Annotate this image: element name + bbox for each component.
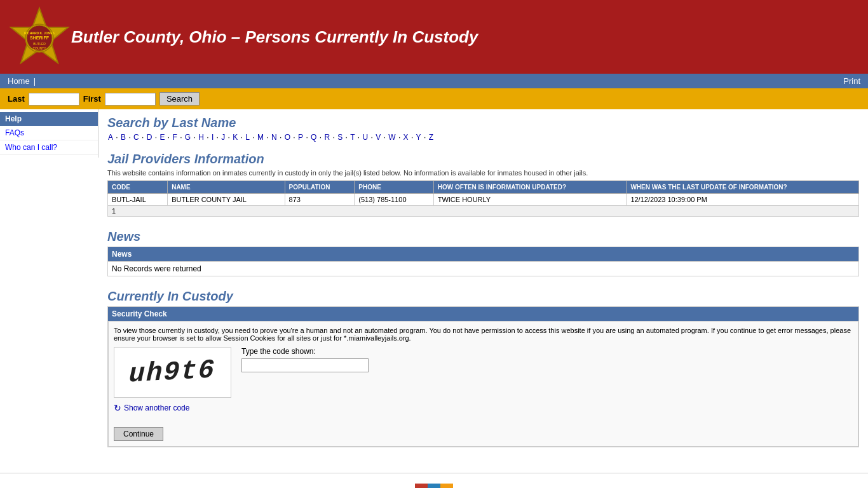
nav-home-link[interactable]: Home [8, 76, 30, 86]
alpha-R[interactable]: R [324, 133, 330, 142]
alpha-I[interactable]: I [212, 133, 214, 142]
page-header: RICHARD K. JONES SHERIFF BUTLER COUNTY B… [0, 0, 868, 74]
news-table: News No Records were returned [107, 247, 859, 276]
alpha-N[interactable]: N [271, 133, 277, 142]
security-message: To view those currently in custody, you … [114, 327, 853, 342]
alpha-O[interactable]: O [285, 133, 290, 142]
custody-section: Currently In Custody Security Check To v… [107, 289, 859, 447]
alpha-V[interactable]: V [376, 133, 381, 142]
cell-update-freq: TWICE HOURLY [433, 194, 627, 206]
cell-population: 873 [285, 194, 355, 206]
alpha-P[interactable]: P [298, 133, 303, 142]
table-row: BUTL-JAIL BUTLER COUNTY JAIL 873 (513) 7… [108, 194, 859, 206]
cell-code: BUTL-JAIL [108, 194, 168, 206]
search-button[interactable]: Search [159, 92, 200, 105]
header-title: Butler County, Ohio – Persons Currently … [71, 27, 478, 47]
alpha-W[interactable]: W [388, 133, 395, 142]
alpha-Z[interactable]: Z [429, 133, 433, 142]
alpha-U[interactable]: U [363, 133, 369, 142]
jail-intro: This website contains information on inm… [107, 169, 859, 177]
sidebar-link-who-can-i-call[interactable]: Who can I call? [0, 140, 98, 155]
first-name-input[interactable] [105, 93, 156, 105]
col-phone: PHONE [355, 181, 433, 194]
search-by-last-name-section: Search by Last Name A · B · C · D · E · … [107, 116, 859, 142]
show-another-code-link[interactable]: ↻ Show another code [114, 403, 853, 413]
news-heading: News [107, 229, 859, 244]
alpha-B[interactable]: B [121, 133, 126, 142]
alpha-X[interactable]: X [403, 133, 409, 142]
captcha-display-text: uh9t6 [128, 355, 216, 390]
first-label: First [83, 94, 101, 104]
svg-rect-7 [415, 484, 428, 488]
alpha-L[interactable]: L [245, 133, 250, 142]
custody-heading: Currently In Custody [107, 289, 859, 304]
security-check-container: Security Check To view those currently i… [107, 306, 859, 447]
col-name: NAME [168, 181, 285, 194]
svg-text:SHERIFF: SHERIFF [30, 36, 50, 40]
captcha-image: uh9t6 [114, 347, 231, 398]
sidebar-help-header: Help [0, 112, 98, 126]
alpha-A[interactable]: A [108, 133, 113, 142]
alpha-Q[interactable]: Q [311, 133, 316, 142]
col-code: CODE [108, 181, 168, 194]
security-check-body: To view those currently in custody, you … [108, 321, 858, 447]
col-last-update: WHEN WAS THE LAST UPDATE OF INFORMATION? [627, 181, 859, 194]
table-footer-row: 1 [108, 206, 859, 217]
type-code-label: Type the code shown: [241, 347, 369, 356]
svg-text:BUTLER: BUTLER [33, 42, 46, 46]
navbar: Home | Print [0, 74, 868, 88]
jail-providers-heading: Jail Providers Information [107, 152, 859, 166]
cell-last-update: 12/12/2023 10:39:00 PM [627, 194, 859, 206]
sidebar: Help FAQs Who can I call? [0, 109, 98, 158]
alpha-T[interactable]: T [350, 133, 355, 142]
last-name-input[interactable] [29, 93, 79, 105]
captcha-area: uh9t6 Type the code shown: [114, 347, 853, 398]
sidebar-link-faqs[interactable]: FAQs [0, 126, 98, 140]
content-area: Search by Last Name A · B · C · D · E · … [98, 109, 868, 466]
nav-print-link[interactable]: Print [843, 76, 860, 86]
captcha-input[interactable] [241, 358, 369, 372]
news-no-records: No Records were returned [108, 262, 859, 276]
alpha-E[interactable]: E [159, 133, 165, 142]
captcha-input-area: Type the code shown: [241, 347, 369, 372]
main-layout: Help FAQs Who can I call? Search by Last… [0, 109, 868, 466]
table-footer-cell: 1 [108, 206, 859, 217]
alpha-S[interactable]: S [337, 133, 342, 142]
alpha-D[interactable]: D [147, 133, 153, 142]
last-label: Last [8, 94, 25, 104]
jail-providers-table: CODE NAME POPULATION PHONE HOW OFTEN IS … [107, 180, 859, 217]
svg-text:COUNTY: COUNTY [32, 46, 46, 50]
cell-name: BUTLER COUNTY JAIL [168, 194, 285, 206]
news-table-header: News [108, 247, 859, 262]
cell-phone: (513) 785-1100 [355, 194, 433, 206]
alpha-M[interactable]: M [257, 133, 264, 142]
alphabet-row: A · B · C · D · E · F · G · H · I · J · … [107, 133, 859, 142]
svg-rect-9 [440, 484, 453, 488]
svg-text:RICHARD K. JONES: RICHARD K. JONES [24, 31, 55, 35]
col-population: POPULATION [285, 181, 355, 194]
nav-separator: | [34, 76, 36, 86]
alpha-Y[interactable]: Y [416, 133, 421, 142]
continue-button[interactable]: Continue [114, 427, 163, 441]
security-check-header: Security Check [108, 307, 858, 321]
show-another-label: Show another code [124, 403, 189, 412]
footer-logo: MONTGOMERY COUNTY [415, 484, 453, 488]
col-update-freq: HOW OFTEN IS INFORMATION UPDATED? [433, 181, 627, 194]
search-by-last-name-heading: Search by Last Name [107, 116, 859, 130]
news-section: News News No Records were returned [107, 229, 859, 276]
alpha-J[interactable]: J [221, 133, 225, 142]
sheriff-logo: RICHARD K. JONES SHERIFF BUTLER COUNTY [8, 5, 71, 69]
alpha-F[interactable]: F [172, 133, 177, 142]
svg-rect-8 [428, 484, 440, 488]
search-bar: Last First Search [0, 88, 868, 109]
footer: MONTGOMERY COUNTY ©2001- 2023 Board of C… [0, 473, 868, 488]
alpha-G[interactable]: G [185, 133, 191, 142]
alpha-H[interactable]: H [198, 133, 204, 142]
alpha-C[interactable]: C [133, 133, 139, 142]
alpha-K[interactable]: K [233, 133, 238, 142]
refresh-icon: ↻ [114, 403, 121, 413]
jail-info-section: Jail Providers Information This website … [107, 152, 859, 217]
